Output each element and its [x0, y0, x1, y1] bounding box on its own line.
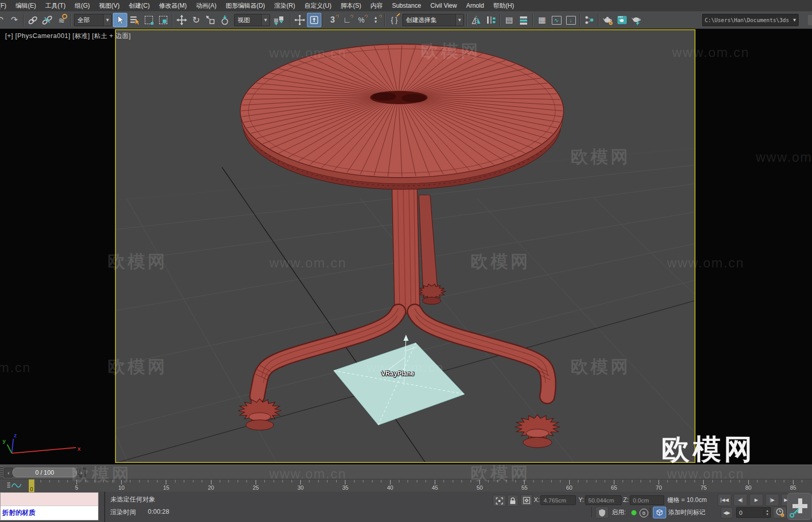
ruler-tick [443, 480, 444, 482]
ruler-tick [515, 480, 516, 482]
listener-line[interactable]: 折射的材质 [1, 506, 98, 519]
render-production-icon[interactable] [629, 13, 644, 27]
mini-curve-editor-button[interactable] [6, 481, 22, 490]
ruler-tick [318, 480, 319, 482]
menu-item-8[interactable]: 图形编辑器(D) [221, 2, 270, 10]
degradation-zero-button[interactable]: 0 [640, 509, 648, 517]
snap-3d-icon[interactable]: 3∩ [325, 13, 340, 27]
current-frame-marker[interactable]: 0 [29, 479, 34, 492]
set-key-button[interactable] [787, 493, 812, 520]
select-and-move-icon[interactable] [175, 13, 189, 27]
ruler-tick [228, 480, 229, 482]
animation-playback-controls: |◀◀◀|▶|▶▶▶| [718, 494, 795, 506]
link-icon[interactable] [26, 13, 40, 27]
undo-icon[interactable]: ↶ [0, 13, 7, 27]
ruler-tick-label: 15 [163, 485, 169, 491]
current-frame-field[interactable]: 0 ▲▼ [736, 507, 771, 518]
menu-item-10[interactable]: 自定义(U) [300, 2, 336, 10]
menu-item-16[interactable]: 帮助(H) [489, 2, 519, 10]
macro-recorder-line[interactable] [1, 493, 98, 506]
project-folder-path[interactable]: C:\Users\Han\Documents\3ds Max 2022▼ [702, 14, 799, 26]
use-pivot-point-icon[interactable] [271, 13, 288, 27]
trackbar-grip[interactable] [0, 466, 3, 478]
curve-editor-icon[interactable]: ∿ [549, 13, 564, 27]
select-and-place-icon[interactable] [218, 13, 232, 27]
previous-frame-arrow[interactable]: ‹ [4, 468, 13, 477]
material-editor-icon[interactable] [582, 13, 596, 27]
unlink-icon[interactable] [40, 13, 54, 27]
time-slider[interactable]: 0 / 100 [12, 468, 77, 477]
viewport-label[interactable]: [+] [PhysCamera001] [标准] [粘土 + 边面] [5, 32, 131, 41]
ruler-tick [676, 480, 677, 482]
menu-item-6[interactable]: 修改器(M) [154, 2, 191, 10]
time-tag-cube-icon[interactable] [653, 507, 666, 518]
menu-item-14[interactable]: Civil View [426, 2, 461, 9]
select-by-name-icon[interactable] [127, 13, 142, 27]
next-frame-arrow[interactable]: › [77, 468, 86, 477]
ruler-tick [256, 480, 256, 485]
selection-filter-dropdown[interactable]: 全部▼ [74, 14, 112, 26]
menu-item-11[interactable]: 脚本(S) [336, 2, 366, 10]
mirror-icon[interactable] [469, 13, 484, 27]
menu-item-3[interactable]: 组(G) [70, 2, 94, 10]
select-object-button[interactable] [113, 13, 127, 27]
named-selection-set-dropdown[interactable]: 创建选择集▼ [402, 14, 464, 26]
y-coordinate-field[interactable]: 50.044cm [585, 495, 622, 505]
ruler-tick [614, 480, 614, 485]
select-and-rotate-icon[interactable]: ↻ [189, 13, 203, 27]
redo-icon[interactable]: ↷ [7, 13, 22, 27]
go-to-start-button[interactable]: |◀◀ [718, 494, 731, 506]
align-icon[interactable] [484, 13, 498, 27]
named-selection-sets-icon[interactable]: { } [387, 13, 401, 27]
render-setup-icon[interactable] [601, 13, 615, 27]
menu-item-9[interactable]: 渲染(R) [269, 2, 300, 10]
rendered-frame-window-icon[interactable] [615, 13, 629, 27]
reference-coordinate-dropdown[interactable]: 视图▼ [234, 14, 270, 26]
adaptive-degradation-shield-icon[interactable] [595, 507, 609, 518]
selection-lock-icon[interactable] [507, 495, 518, 507]
rectangular-selection-region-icon[interactable] [142, 13, 156, 27]
previous-frame-button[interactable]: ◀| [733, 494, 747, 506]
window-crossing-icon[interactable] [156, 13, 170, 27]
menu-item-5[interactable]: 创建(C) [124, 2, 154, 10]
add-time-tag-text[interactable]: 添加时间标记 [668, 508, 705, 517]
schematic-view-icon[interactable]: ↓ [564, 13, 578, 27]
menu-item-4[interactable]: 视图(V) [94, 2, 124, 10]
next-frame-button[interactable]: |▶ [765, 494, 779, 506]
spinner-snap-icon[interactable]: ▲▼∩ [369, 13, 383, 27]
ruler-tick-label: 70 [655, 485, 662, 491]
ruler-tick [327, 480, 327, 482]
select-and-manipulate-icon[interactable] [293, 13, 307, 27]
absolute-mode-icon[interactable] [520, 494, 533, 506]
layer-manager-icon[interactable]: ▤ [502, 13, 516, 27]
menu-item-1[interactable]: 编辑(E) [11, 2, 41, 10]
menu-item-7[interactable]: 动画(A) [191, 2, 221, 10]
select-and-scale-icon[interactable] [203, 13, 218, 27]
menu-item-12[interactable]: 内容 [366, 2, 388, 10]
ruler-tick-label: 65 [611, 485, 617, 491]
ruler-tick-label: 10 [118, 485, 124, 491]
ruler-tick [802, 480, 802, 482]
menu-item-0[interactable]: 文件(F) [0, 2, 11, 10]
scene-explorer-icon[interactable] [516, 13, 531, 27]
key-mode-toggle[interactable]: ◀▶ [721, 507, 733, 518]
timeline-ruler[interactable]: 0 510152025303540455055606570758085 [0, 479, 812, 492]
x-coordinate-field[interactable]: 4.765cm [540, 495, 576, 505]
keyboard-shortcut-override-icon[interactable] [307, 13, 321, 27]
menu-item-15[interactable]: Arnold [461, 2, 489, 9]
ribbon-toggle-icon[interactable]: ▦ [535, 13, 549, 27]
menu-item-2[interactable]: 工具(T) [41, 2, 70, 10]
menu-item-13[interactable]: Substance [388, 2, 426, 9]
maxscript-mini-listener[interactable]: 折射的材质 [0, 492, 99, 520]
chevron-down-icon[interactable]: ▼ [791, 17, 798, 23]
z-coordinate-field[interactable]: 0.0cm [630, 495, 664, 505]
bind-to-spacewarp-icon[interactable]: ≋ [54, 13, 69, 27]
frame-spinner[interactable]: ▲▼ [764, 509, 770, 516]
table-top[interactable] [240, 44, 564, 189]
play-button[interactable]: ▶ [749, 494, 763, 506]
percent-snap-icon[interactable]: %∩ [354, 13, 369, 27]
angle-snap-icon[interactable]: ∟∩ [340, 13, 354, 27]
time-configuration-icon[interactable] [773, 507, 787, 518]
isolate-selection-icon[interactable] [493, 495, 506, 507]
camera-viewport[interactable]: z x y [+] [PhysCamera001] [标准] [粘土 + 边面]… [0, 29, 812, 465]
